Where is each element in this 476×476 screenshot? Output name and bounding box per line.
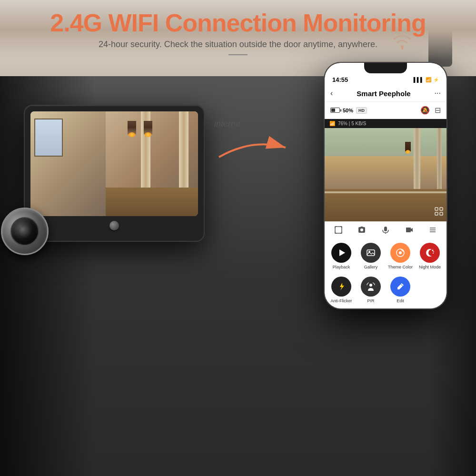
pir-icon-bg	[361, 277, 381, 297]
toolbar-right: 🔕 ⊟	[420, 106, 441, 115]
theme-icon-bg	[390, 243, 410, 263]
porch-right	[106, 111, 198, 216]
svg-rect-3	[440, 208, 443, 210]
camera-feed	[325, 128, 446, 221]
anti-flicker-label: Anti-Flicker	[330, 298, 352, 304]
divider	[228, 54, 248, 55]
phone-column-1	[414, 128, 420, 193]
lens-outer	[1, 208, 49, 255]
battery-percent: 50%	[343, 108, 353, 113]
svg-rect-8	[384, 227, 387, 231]
page: 2.4G WIFI Connection Monitoring 24-hour …	[0, 0, 476, 476]
battery-fill	[331, 109, 335, 112]
phone-railing	[325, 191, 446, 193]
night-mode-icon-bg	[420, 243, 440, 263]
wifi-status-icon: 📶	[426, 77, 431, 82]
svg-point-19	[432, 250, 434, 251]
door-viewer-device	[24, 105, 205, 242]
content-area: interne	[0, 76, 476, 476]
main-title: 2.4G WIFI Connection Monitoring	[10, 10, 466, 37]
svg-point-22	[369, 284, 372, 287]
porch-window	[34, 119, 63, 157]
device-screen	[30, 111, 198, 216]
svg-rect-4	[435, 212, 438, 215]
phone-sky	[325, 128, 446, 156]
lens-inner	[10, 217, 39, 246]
phone-scene	[325, 128, 446, 221]
svg-point-21	[433, 253, 434, 254]
svg-rect-15	[367, 250, 375, 256]
ctrl-camera[interactable]	[357, 226, 366, 234]
mute-icon[interactable]: 🔕	[420, 106, 430, 115]
battery-icon	[330, 108, 340, 113]
camera-lens	[1, 208, 49, 255]
status-time: 14:55	[332, 76, 348, 83]
svg-rect-10	[406, 228, 411, 232]
ctrl-mic[interactable]	[381, 226, 390, 234]
phone-mockup: 14:55 ▌▌▌ 📶 ⚡ ‹ Smart Peephole ···	[324, 62, 447, 309]
phone-column-2	[437, 128, 442, 193]
svg-point-18	[399, 251, 402, 254]
layout-icon[interactable]: ⊟	[435, 106, 441, 115]
app-item-edit[interactable]: Edit	[387, 277, 413, 304]
battery-status-icon: ⚡	[433, 77, 439, 82]
playback-icon-bg	[331, 243, 351, 263]
app-title: Smart Peephole	[357, 89, 410, 98]
app-item-pir[interactable]: PIR	[358, 277, 384, 304]
controls-bar	[325, 221, 446, 238]
arrow-container: interne	[205, 133, 300, 164]
pir-label: PIR	[367, 298, 374, 304]
svg-rect-5	[440, 212, 443, 215]
app-item-theme[interactable]: Theme Color	[387, 243, 413, 270]
phone-screen: 14:55 ▌▌▌ 📶 ⚡ ‹ Smart Peephole ···	[325, 63, 446, 308]
app-item-gallery[interactable]: Gallery	[358, 243, 384, 270]
arrow-svg	[209, 133, 295, 162]
phone-notch	[364, 63, 407, 73]
theme-label: Theme Color	[388, 265, 413, 270]
ctrl-expand[interactable]	[334, 226, 343, 234]
phone-container: 14:55 ▌▌▌ 📶 ⚡ ‹ Smart Peephole ···	[324, 62, 447, 309]
door-viewer-body	[24, 105, 205, 242]
hd-badge: HD	[356, 107, 367, 114]
status-icons: ▌▌▌ 📶 ⚡	[414, 77, 439, 82]
porch-column-2	[179, 111, 188, 188]
gallery-icon-bg	[361, 243, 381, 263]
svg-marker-14	[339, 249, 345, 256]
svg-rect-6	[335, 227, 342, 233]
internet-label: interne	[214, 119, 240, 129]
night-mode-label: Night Mode	[419, 265, 441, 270]
porch-lamp-1	[144, 121, 152, 134]
porch-floor	[106, 188, 198, 216]
app-grid-row1: Playback Gallery	[325, 238, 446, 275]
phone-floor	[325, 189, 446, 222]
fullscreen-icon[interactable]	[434, 207, 444, 218]
battery-info: 50% HD	[330, 107, 367, 114]
ctrl-record[interactable]	[405, 226, 414, 234]
wifi-signal-icon: 📶	[329, 121, 335, 126]
more-button[interactable]: ···	[435, 89, 441, 98]
edit-icon-bg	[390, 277, 410, 297]
app-header: ‹ Smart Peephole ···	[325, 86, 446, 102]
lens-center	[19, 226, 31, 238]
playback-label: Playback	[333, 265, 350, 270]
app-item-empty	[417, 277, 443, 304]
device-bottom	[30, 216, 198, 235]
app-item-night-mode[interactable]: Night Mode	[417, 243, 443, 270]
app-item-anti-flicker[interactable]: Anti-Flicker	[328, 277, 354, 304]
edit-label: Edit	[397, 298, 404, 304]
app-item-playback[interactable]: Playback	[328, 243, 354, 270]
title-section: 2.4G WIFI Connection Monitoring 24-hour …	[0, 0, 476, 60]
signal-bars-icon: ▌▌▌	[414, 77, 424, 82]
signal-bar: 📶 76% | 5 KB/S	[325, 119, 446, 128]
signal-text: 76% | 5 KB/S	[338, 121, 366, 126]
ctrl-menu[interactable]	[428, 226, 437, 234]
svg-point-7	[360, 228, 363, 231]
app-toolbar: 50% HD 🔕 ⊟	[325, 102, 446, 119]
back-button[interactable]: ‹	[330, 89, 333, 98]
screen-scene	[30, 111, 198, 216]
phone-lamp	[405, 142, 411, 151]
porch-lamp-2	[128, 121, 136, 134]
device-button	[109, 221, 119, 230]
porch-left	[30, 111, 106, 216]
subtitle: 24-hour security. Check the situation ou…	[10, 40, 466, 50]
